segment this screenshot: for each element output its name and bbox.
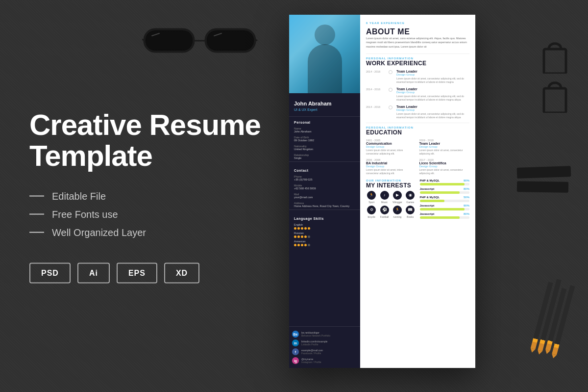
linkedin-icon: in <box>292 340 299 346</box>
interest-bicycle: ⚙ bicycle <box>366 206 377 218</box>
personal-section-title: Personal <box>289 117 360 126</box>
interest-icons-grid: 🏃 Sport ♪ Music ▶ Vblogger ◉ Games <box>366 191 416 218</box>
badge-psd: PSD <box>29 262 71 283</box>
resume-left-col: John Abraham UI & UX Expert Personal Nam… <box>289 15 360 368</box>
edu-entry-1: 1901 - 2005 Communication Design Group L… <box>366 139 416 156</box>
features-list: Editable File Free Fonts use Well Organi… <box>29 190 265 238</box>
language-section: Language Skills English Russian <box>289 209 360 247</box>
edu-entry-4: 2017 - 2020 Liceo Scientifica Design Gro… <box>419 158 470 175</box>
skill-4: Javascript 90% <box>420 204 470 210</box>
books-icon: 📖 <box>406 206 415 214</box>
about-title: ABOUT ME <box>366 27 469 36</box>
edu-entry-2: 2009 - 2018 Team Leader Design Group Lor… <box>419 139 470 156</box>
svg-rect-9 <box>544 49 566 74</box>
interest-running: 🏃 running <box>392 206 403 218</box>
skill-3: PHP & MySQL 50% <box>420 196 470 202</box>
interest-sport: 🏃 Sport <box>366 191 377 204</box>
badge-eps: EPS <box>117 262 157 283</box>
music-icon: ♪ <box>380 191 389 200</box>
bicycle-icon: ⚙ <box>367 206 376 214</box>
left-panel: Creative Resume Template Editable File F… <box>29 109 265 283</box>
field-nationality: Nationality United Kingdom <box>289 144 360 153</box>
work-section-title: WORK EXPERIENCE <box>366 60 469 67</box>
interest-games: ◉ Games <box>405 191 416 204</box>
edu-section-title: EDUCATION <box>366 129 469 136</box>
photo-head-shape <box>315 25 335 45</box>
about-text: Lorem ipsum dolor sit amet, cons ectetue… <box>366 36 469 49</box>
behance-icon: Be <box>292 331 299 338</box>
skills-section: PHP & MySQL 90% Javascript 80% <box>420 179 470 221</box>
edu-entry-3: 2006 - 2008 BA Industrial Design Group L… <box>366 158 416 175</box>
contact-section: Contact Phone +35 (0)789 025 Mobile +62 … <box>289 161 360 209</box>
resume-name-section: John Abraham UI & UX Expert <box>289 93 360 117</box>
svg-rect-10 <box>544 88 566 113</box>
edu-section-header: PERSONAL INFORMATION EDUCATION <box>366 123 469 136</box>
erasers-decoration <box>517 167 571 192</box>
field-relationship: Relationship Single <box>289 153 360 161</box>
lang-section-title: Language Skills <box>289 213 360 222</box>
interest-music: ♪ Music <box>379 191 390 204</box>
social-section: Be be.net/davidtiger Behance Network Por… <box>289 326 360 368</box>
interests-section: OUR INFORMATION MY INTERESTS 🏃 Sport ♪ M… <box>366 179 416 221</box>
badge-xd: XD <box>164 262 199 283</box>
svg-rect-6 <box>207 30 254 51</box>
games-icon: ◉ <box>406 191 415 200</box>
format-badges: PSD Ai EPS XD <box>29 262 265 283</box>
work-entry-2: 2014 - 2016 Team Leader Design Group Lor… <box>366 87 469 102</box>
football-icon: ⚽ <box>380 206 389 214</box>
binder-clips-decoration <box>541 39 568 113</box>
resume-right-col: 6 YEAR EXPERIENCE ABOUT ME Lorem ipsum d… <box>360 15 475 368</box>
work-entry-3: 2014 - 2016 Team Leader Design Group Lor… <box>366 105 469 119</box>
svg-rect-5 <box>146 30 193 51</box>
skill-5: Javascript 80% <box>420 212 470 219</box>
feature-item-2: Free Fonts use <box>29 209 265 220</box>
feature-item-3: Well Organized Layer <box>29 227 265 238</box>
running-icon: 🏃 <box>393 206 402 214</box>
interest-books: 📖 Books <box>405 206 416 218</box>
pencils-decoration <box>531 282 574 355</box>
main-title: Creative Resume Template <box>29 109 265 171</box>
resume-name: John Abraham <box>294 100 355 107</box>
resume-preview: John Abraham UI & UX Expert Personal Nam… <box>289 15 475 368</box>
work-section-header: PERSONAL INFORMATION WORK EXPERIENCE <box>366 53 469 67</box>
bottom-section: OUR INFORMATION MY INTERESTS 🏃 Sport ♪ M… <box>366 179 469 221</box>
glasses-decoration <box>142 12 260 59</box>
resume-photo <box>289 15 360 93</box>
about-subtitle: 6 YEAR EXPERIENCE <box>366 22 469 25</box>
field-dob: Date of Birth 09 October 1992 <box>289 135 360 144</box>
vblog-icon: ▶ <box>393 191 402 200</box>
instagram-icon: ig <box>292 357 299 364</box>
facebook-icon: f <box>292 348 299 355</box>
resume-role: UI & UX Expert <box>294 108 355 111</box>
interests-title: MY INTERESTS <box>366 182 416 189</box>
work-entry-1: 2014 - 2016 Team Leader Design Group Lor… <box>366 70 469 84</box>
skill-2: Javascript 80% <box>420 187 470 194</box>
skill-1: PHP & MySQL 90% <box>420 179 470 185</box>
interest-vblog: ▶ Vblogger <box>392 191 403 204</box>
feature-item-1: Editable File <box>29 190 265 202</box>
contact-section-title: Contact <box>289 165 360 174</box>
field-name: Name John Abraham <box>289 126 360 135</box>
sport-icon: 🏃 <box>367 191 376 200</box>
edu-grid: 1901 - 2005 Communication Design Group L… <box>366 139 469 175</box>
badge-ai: Ai <box>77 262 110 283</box>
interest-football: ⚽ Football <box>379 206 390 218</box>
